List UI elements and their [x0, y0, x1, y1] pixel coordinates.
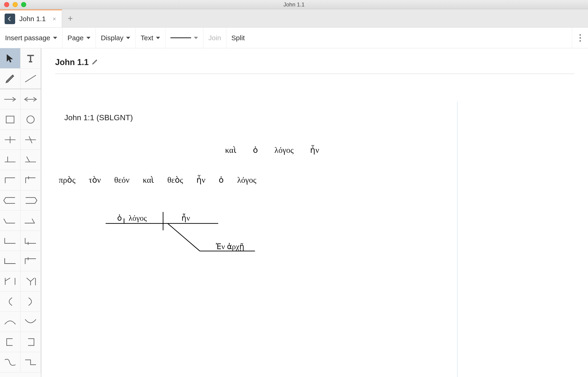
toolbar-spacer	[250, 28, 572, 48]
new-tab-button[interactable]: +	[62, 9, 79, 27]
y-down-icon[interactable]	[0, 271, 21, 292]
elbow-dl-icon[interactable]	[0, 231, 21, 251]
window-controls	[4, 2, 26, 7]
line-style-menu[interactable]	[165, 28, 203, 48]
document-title-row: John 1.1	[55, 58, 574, 74]
tool-palette	[0, 48, 41, 377]
window-title: John 1.1	[0, 1, 588, 8]
greek-word[interactable]: λόγος	[274, 145, 294, 155]
bracket-sq-left-icon[interactable]	[0, 332, 21, 352]
greek-row-1: καὶ ὁ λόγος ἦν	[225, 145, 319, 155]
chevron-down-icon	[194, 37, 198, 39]
text-tool[interactable]	[21, 48, 41, 69]
corner-tl-tick-icon[interactable]	[21, 170, 41, 190]
chevron-down-icon	[126, 37, 130, 39]
tab-label: John 1.1	[19, 15, 46, 23]
insert-passage-label: Insert passage	[5, 34, 50, 42]
bracket-sq-right-icon[interactable]	[21, 332, 41, 352]
more-menu-button[interactable]	[572, 28, 588, 48]
diagram-subject[interactable]: λόγος	[129, 214, 147, 222]
greek-word[interactable]: θεὸς	[167, 175, 183, 185]
join-label: Join	[208, 34, 221, 42]
greek-word[interactable]: πρὸς	[59, 175, 75, 185]
paren-right-icon[interactable]	[21, 292, 41, 312]
arc-top-icon[interactable]	[0, 312, 21, 332]
display-menu[interactable]: Display	[96, 28, 136, 48]
elbow-dl-tick-icon[interactable]	[21, 231, 41, 251]
tab-active[interactable]: John 1.1 ×	[0, 9, 62, 27]
page-label: Page	[68, 34, 84, 42]
close-window-button[interactable]	[4, 2, 9, 7]
line-sample-icon	[170, 37, 191, 38]
sentence-diagram[interactable]: ὁ λόγος ἦν Ἐν ἀρχῇ	[106, 207, 289, 268]
join-button[interactable]: Join	[203, 28, 226, 48]
greek-word[interactable]: θεόν	[114, 175, 130, 185]
svg-line-12	[27, 156, 30, 162]
greek-word[interactable]: καὶ	[143, 175, 154, 185]
circle-icon[interactable]	[21, 109, 41, 130]
diagram-article[interactable]: ὁ	[117, 214, 122, 222]
elbow-ul-icon[interactable]	[0, 251, 21, 271]
greek-word[interactable]: ὁ	[253, 145, 258, 155]
edit-title-icon[interactable]	[92, 59, 98, 66]
perp-up-right-icon[interactable]	[21, 150, 41, 170]
y-alt-icon[interactable]	[21, 271, 41, 292]
line-tool[interactable]	[21, 69, 41, 89]
text-menu[interactable]: Text	[136, 28, 165, 48]
angle-up-left-icon[interactable]	[0, 211, 21, 231]
page-menu[interactable]: Page	[62, 28, 96, 48]
passage-label: John 1:1 (SBLGNT)	[64, 113, 133, 122]
greek-word[interactable]: ὁ	[219, 175, 224, 185]
titlebar: John 1.1	[0, 0, 588, 9]
cross-plain-icon[interactable]	[0, 130, 21, 150]
greek-word[interactable]: καὶ	[225, 145, 236, 155]
tabstrip: John 1.1 × +	[0, 9, 588, 28]
bracket-open-right-icon[interactable]	[21, 190, 41, 211]
page-guide	[457, 102, 458, 377]
step-icon[interactable]	[21, 352, 41, 372]
corner-tl-icon[interactable]	[0, 170, 21, 190]
diagram-canvas[interactable]: John 1:1 (SBLGNT) καὶ ὁ λόγος ἦν πρὸς τὸ…	[55, 74, 574, 377]
workspace: John 1.1 John 1:1 (SBLGNT) καὶ ὁ λόγος ἦ…	[0, 48, 588, 377]
chevron-down-icon	[86, 37, 90, 39]
greek-word[interactable]: ἦν	[310, 145, 319, 155]
svg-line-21	[168, 224, 200, 251]
diagram-verb[interactable]: ἦν	[181, 213, 190, 222]
minimize-window-button[interactable]	[13, 2, 18, 7]
arrow-both-icon[interactable]	[21, 89, 41, 109]
greek-word[interactable]: ἦν	[196, 175, 205, 185]
canvas-area[interactable]: John 1.1 John 1:1 (SBLGNT) καὶ ὁ λόγος ἦ…	[41, 48, 588, 377]
arrow-right-icon[interactable]	[0, 89, 21, 109]
chevron-down-icon	[53, 37, 57, 39]
greek-word[interactable]: τὸν	[89, 175, 101, 185]
insert-passage-menu[interactable]: Insert passage	[0, 28, 62, 48]
elbow-ul-tick-icon[interactable]	[21, 251, 41, 271]
angle-up-right-icon[interactable]	[21, 211, 41, 231]
palette-shapes	[0, 89, 41, 372]
svg-rect-3	[6, 116, 14, 123]
tab-close-icon[interactable]: ×	[53, 15, 56, 23]
bracket-open-left-icon[interactable]	[0, 190, 21, 211]
palette-top	[0, 48, 41, 89]
cross-tilt-icon[interactable]	[21, 130, 41, 150]
pencil-tool[interactable]	[0, 69, 21, 89]
diagram-prep[interactable]: Ἐν ἀρχῇ	[216, 242, 244, 251]
svg-point-4	[27, 116, 34, 123]
cursor-tool[interactable]	[0, 48, 21, 69]
perp-up-left-icon[interactable]	[0, 150, 21, 170]
arc-bottom-icon[interactable]	[21, 312, 41, 332]
square-icon[interactable]	[0, 109, 21, 130]
greek-row-2: πρὸς τὸν θεόν καὶ θεὸς ἦν ὁ λόγος	[59, 175, 256, 185]
tab-app-icon	[5, 13, 15, 24]
chevron-down-icon	[156, 37, 160, 39]
text-label: Text	[141, 34, 153, 42]
toolbar: Insert passage Page Display Text Join Sp…	[0, 28, 588, 48]
split-label: Split	[231, 34, 245, 42]
zoom-window-button[interactable]	[21, 2, 26, 7]
split-button[interactable]: Split	[226, 28, 250, 48]
display-label: Display	[101, 34, 123, 42]
paren-left-icon[interactable]	[0, 292, 21, 312]
s-curve-icon[interactable]	[0, 352, 21, 372]
document-title: John 1.1	[55, 58, 89, 67]
greek-word[interactable]: λόγος	[237, 175, 256, 185]
